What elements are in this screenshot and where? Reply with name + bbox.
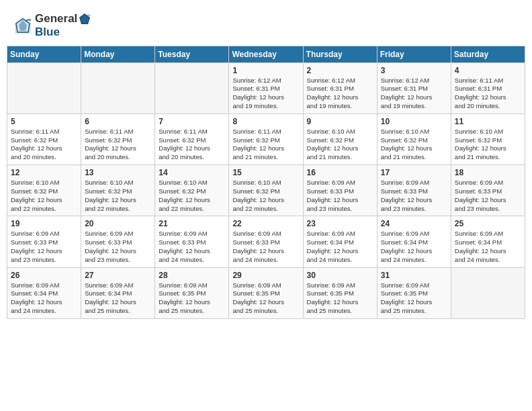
day-number: 4 — [455, 66, 521, 75]
day-number: 20 — [85, 219, 151, 228]
day-number: 14 — [159, 168, 225, 177]
day-info: Sunrise: 6:09 AMSunset: 6:35 PMDaylight:… — [232, 281, 299, 316]
day-info: Sunrise: 6:09 AMSunset: 6:34 PMDaylight:… — [455, 230, 521, 264]
logo-icon — [13, 16, 32, 35]
logo: GeneralBlue — [13, 12, 92, 39]
page-header: GeneralBlue — [7, 7, 525, 43]
calendar-week-row: 5Sunrise: 6:11 AMSunset: 6:32 PMDaylight… — [7, 113, 525, 165]
calendar-cell: 31Sunrise: 6:09 AMSunset: 6:35 PMDayligh… — [377, 267, 451, 318]
day-info: Sunrise: 6:09 AMSunset: 6:33 PMDaylight:… — [11, 230, 77, 264]
calendar-cell: 23Sunrise: 6:09 AMSunset: 6:34 PMDayligh… — [303, 216, 377, 267]
calendar-cell: 17Sunrise: 6:09 AMSunset: 6:33 PMDayligh… — [377, 165, 451, 216]
day-info: Sunrise: 6:09 AMSunset: 6:33 PMDaylight:… — [455, 179, 521, 213]
calendar-cell: 7Sunrise: 6:11 AMSunset: 6:32 PMDaylight… — [155, 113, 229, 165]
calendar-cell: 4Sunrise: 6:11 AMSunset: 6:31 PMDaylight… — [451, 62, 525, 113]
day-info: Sunrise: 6:09 AMSunset: 6:35 PMDaylight:… — [159, 281, 225, 316]
day-info: Sunrise: 6:09 AMSunset: 6:33 PMDaylight:… — [307, 179, 373, 213]
calendar-cell: 14Sunrise: 6:10 AMSunset: 6:32 PMDayligh… — [155, 165, 229, 216]
day-number: 12 — [11, 168, 77, 177]
calendar-week-row: 12Sunrise: 6:10 AMSunset: 6:32 PMDayligh… — [7, 165, 525, 216]
calendar-cell — [451, 267, 525, 318]
day-number: 28 — [159, 271, 225, 280]
calendar-cell: 20Sunrise: 6:09 AMSunset: 6:33 PMDayligh… — [81, 216, 155, 267]
calendar-cell: 18Sunrise: 6:09 AMSunset: 6:33 PMDayligh… — [451, 165, 525, 216]
day-info: Sunrise: 6:10 AMSunset: 6:32 PMDaylight:… — [85, 179, 151, 213]
day-number: 21 — [159, 219, 225, 228]
day-number: 8 — [232, 117, 299, 126]
day-info: Sunrise: 6:09 AMSunset: 6:34 PMDaylight:… — [381, 230, 447, 264]
calendar-cell: 9Sunrise: 6:10 AMSunset: 6:32 PMDaylight… — [303, 113, 377, 165]
day-number: 2 — [307, 66, 373, 75]
calendar-cell: 16Sunrise: 6:09 AMSunset: 6:33 PMDayligh… — [303, 165, 377, 216]
day-number: 1 — [232, 66, 299, 75]
weekday-header-wednesday: Wednesday — [229, 46, 303, 62]
day-info: Sunrise: 6:10 AMSunset: 6:32 PMDaylight:… — [232, 179, 299, 213]
calendar-cell: 25Sunrise: 6:09 AMSunset: 6:34 PMDayligh… — [451, 216, 525, 267]
calendar-cell: 8Sunrise: 6:11 AMSunset: 6:32 PMDaylight… — [229, 113, 303, 165]
day-info: Sunrise: 6:10 AMSunset: 6:32 PMDaylight:… — [11, 179, 77, 213]
calendar-cell: 12Sunrise: 6:10 AMSunset: 6:32 PMDayligh… — [7, 165, 81, 216]
day-info: Sunrise: 6:11 AMSunset: 6:32 PMDaylight:… — [159, 128, 225, 162]
day-info: Sunrise: 6:11 AMSunset: 6:31 PMDaylight:… — [455, 77, 521, 111]
calendar-week-row: 19Sunrise: 6:09 AMSunset: 6:33 PMDayligh… — [7, 216, 525, 267]
day-number: 26 — [11, 271, 77, 280]
calendar-cell: 3Sunrise: 6:12 AMSunset: 6:31 PMDaylight… — [377, 62, 451, 113]
day-info: Sunrise: 6:12 AMSunset: 6:31 PMDaylight:… — [307, 77, 373, 111]
day-number: 18 — [455, 168, 521, 177]
calendar-cell: 27Sunrise: 6:09 AMSunset: 6:34 PMDayligh… — [81, 267, 155, 318]
day-number: 7 — [159, 117, 225, 126]
day-number: 24 — [381, 219, 447, 228]
day-number: 31 — [381, 271, 447, 280]
day-number: 17 — [381, 168, 447, 177]
day-info: Sunrise: 6:11 AMSunset: 6:32 PMDaylight:… — [85, 128, 151, 162]
day-number: 30 — [307, 271, 373, 280]
calendar-cell: 19Sunrise: 6:09 AMSunset: 6:33 PMDayligh… — [7, 216, 81, 267]
day-info: Sunrise: 6:09 AMSunset: 6:33 PMDaylight:… — [232, 230, 299, 264]
day-info: Sunrise: 6:11 AMSunset: 6:32 PMDaylight:… — [11, 128, 77, 162]
day-info: Sunrise: 6:09 AMSunset: 6:34 PMDaylight:… — [85, 281, 151, 316]
calendar-cell: 11Sunrise: 6:10 AMSunset: 6:32 PMDayligh… — [451, 113, 525, 165]
day-number: 10 — [381, 117, 447, 126]
day-number: 19 — [11, 219, 77, 228]
calendar-cell: 2Sunrise: 6:12 AMSunset: 6:31 PMDaylight… — [303, 62, 377, 113]
day-info: Sunrise: 6:09 AMSunset: 6:33 PMDaylight:… — [85, 230, 151, 264]
day-number: 11 — [455, 117, 521, 126]
weekday-header-row: SundayMondayTuesdayWednesdayThursdayFrid… — [7, 46, 525, 62]
day-number: 25 — [455, 219, 521, 228]
weekday-header-saturday: Saturday — [451, 46, 525, 62]
weekday-header-thursday: Thursday — [303, 46, 377, 62]
weekday-header-tuesday: Tuesday — [155, 46, 229, 62]
calendar-week-row: 26Sunrise: 6:09 AMSunset: 6:34 PMDayligh… — [7, 267, 525, 318]
weekday-header-friday: Friday — [377, 46, 451, 62]
weekday-header-monday: Monday — [81, 46, 155, 62]
day-number: 6 — [85, 117, 151, 126]
day-number: 27 — [85, 271, 151, 280]
calendar-cell: 1Sunrise: 6:12 AMSunset: 6:31 PMDaylight… — [229, 62, 303, 113]
calendar-cell: 22Sunrise: 6:09 AMSunset: 6:33 PMDayligh… — [229, 216, 303, 267]
calendar-cell — [81, 62, 155, 113]
day-info: Sunrise: 6:11 AMSunset: 6:32 PMDaylight:… — [232, 128, 299, 162]
calendar-cell — [155, 62, 229, 113]
day-number: 5 — [11, 117, 77, 126]
calendar-cell: 15Sunrise: 6:10 AMSunset: 6:32 PMDayligh… — [229, 165, 303, 216]
weekday-header-sunday: Sunday — [7, 46, 81, 62]
day-number: 29 — [232, 271, 299, 280]
calendar-cell: 26Sunrise: 6:09 AMSunset: 6:34 PMDayligh… — [7, 267, 81, 318]
calendar-cell: 21Sunrise: 6:09 AMSunset: 6:33 PMDayligh… — [155, 216, 229, 267]
calendar-week-row: 1Sunrise: 6:12 AMSunset: 6:31 PMDaylight… — [7, 62, 525, 113]
calendar-cell: 24Sunrise: 6:09 AMSunset: 6:34 PMDayligh… — [377, 216, 451, 267]
day-number: 9 — [307, 117, 373, 126]
calendar-cell: 13Sunrise: 6:10 AMSunset: 6:32 PMDayligh… — [81, 165, 155, 216]
day-number: 22 — [232, 219, 299, 228]
day-info: Sunrise: 6:09 AMSunset: 6:34 PMDaylight:… — [307, 230, 373, 264]
day-number: 16 — [307, 168, 373, 177]
calendar-cell: 30Sunrise: 6:09 AMSunset: 6:35 PMDayligh… — [303, 267, 377, 318]
calendar-cell: 28Sunrise: 6:09 AMSunset: 6:35 PMDayligh… — [155, 267, 229, 318]
day-info: Sunrise: 6:12 AMSunset: 6:31 PMDaylight:… — [381, 77, 447, 111]
calendar-cell: 10Sunrise: 6:10 AMSunset: 6:32 PMDayligh… — [377, 113, 451, 165]
day-info: Sunrise: 6:09 AMSunset: 6:34 PMDaylight:… — [11, 281, 77, 316]
day-info: Sunrise: 6:09 AMSunset: 6:33 PMDaylight:… — [381, 179, 447, 213]
day-info: Sunrise: 6:09 AMSunset: 6:33 PMDaylight:… — [159, 230, 225, 264]
day-info: Sunrise: 6:10 AMSunset: 6:32 PMDaylight:… — [159, 179, 225, 213]
day-number: 3 — [381, 66, 447, 75]
